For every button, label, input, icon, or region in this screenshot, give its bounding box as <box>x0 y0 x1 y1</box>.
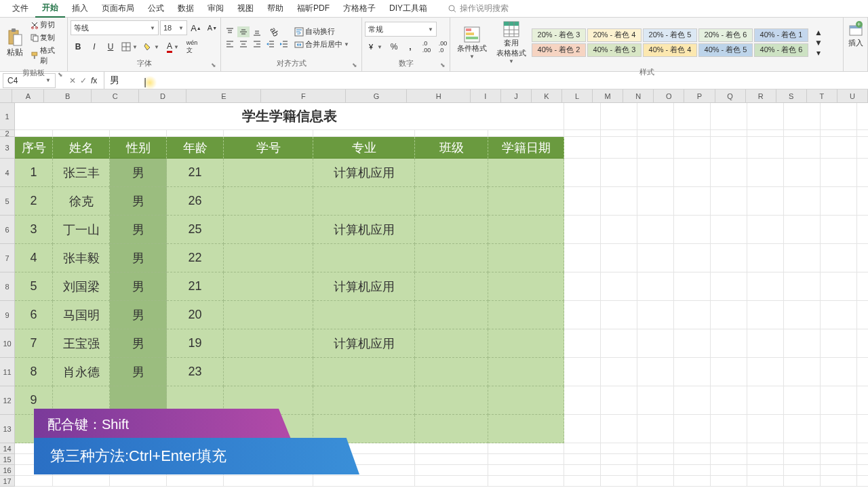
cell[interactable] <box>857 187 868 216</box>
align-middle-icon[interactable] <box>237 26 250 37</box>
cell[interactable] <box>674 415 711 443</box>
column-header[interactable]: R <box>746 89 776 103</box>
cell[interactable]: 男 <box>110 187 167 216</box>
cell[interactable] <box>313 358 415 386</box>
format-as-table-button[interactable]: 套用 表格格式▼ <box>492 19 530 66</box>
cell[interactable] <box>637 216 674 244</box>
cell[interactable] <box>637 244 674 272</box>
cell[interactable] <box>711 358 747 386</box>
row-header[interactable]: 2 <box>0 130 15 137</box>
cell[interactable] <box>674 244 711 272</box>
cell[interactable] <box>415 159 488 187</box>
font-color-icon[interactable]: A▼ <box>163 39 183 54</box>
tell-me-search[interactable]: 操作说明搜索 <box>448 3 509 14</box>
cell[interactable] <box>821 130 857 137</box>
cell[interactable] <box>637 476 674 487</box>
cell[interactable] <box>674 159 711 187</box>
cell[interactable] <box>224 130 313 137</box>
column-header[interactable]: F <box>261 89 346 103</box>
ribbon-tab-10[interactable]: 方格格子 <box>336 0 382 17</box>
gallery-more-icon[interactable]: ▾ <box>811 48 826 58</box>
cell[interactable] <box>564 443 601 454</box>
row-header[interactable]: 10 <box>0 329 15 358</box>
cell[interactable] <box>637 358 674 386</box>
cell[interactable] <box>415 454 488 465</box>
cell[interactable] <box>857 454 868 465</box>
column-header[interactable]: P <box>684 89 715 103</box>
cell[interactable] <box>784 272 821 301</box>
cell[interactable] <box>784 130 821 137</box>
cell[interactable]: 男 <box>110 244 167 272</box>
row-header[interactable]: 6 <box>0 216 15 244</box>
cell[interactable] <box>711 187 747 216</box>
cell[interactable] <box>821 454 857 465</box>
column-header[interactable]: G <box>346 89 407 103</box>
cell[interactable] <box>601 443 637 454</box>
increase-indent-icon[interactable] <box>278 39 290 49</box>
cell[interactable]: 2 <box>15 187 53 216</box>
cell[interactable] <box>564 454 601 465</box>
cell[interactable] <box>711 244 747 272</box>
cell[interactable] <box>784 465 821 476</box>
cell[interactable] <box>224 301 313 329</box>
cell[interactable] <box>747 187 784 216</box>
ribbon-tab-0[interactable]: 文件 <box>5 0 35 17</box>
cell[interactable] <box>53 476 110 487</box>
cell[interactable]: 王宝强 <box>53 329 110 358</box>
cell[interactable] <box>821 216 857 244</box>
cell[interactable]: 26 <box>167 187 224 216</box>
cell[interactable] <box>674 465 711 476</box>
cell[interactable] <box>784 244 821 272</box>
cell[interactable] <box>674 272 711 301</box>
ribbon-tab-1[interactable]: 开始 <box>35 0 65 18</box>
cell[interactable] <box>564 159 601 187</box>
cell[interactable] <box>747 358 784 386</box>
cell[interactable] <box>821 244 857 272</box>
cell[interactable] <box>784 103 821 130</box>
underline-icon[interactable]: U <box>103 39 118 54</box>
cell[interactable] <box>637 443 674 454</box>
cell[interactable] <box>564 465 601 476</box>
cell[interactable] <box>857 216 868 244</box>
row-header[interactable]: 8 <box>0 272 15 301</box>
column-header[interactable]: D <box>139 89 186 103</box>
cell[interactable] <box>601 301 637 329</box>
cell[interactable]: 年龄 <box>167 137 224 159</box>
cell[interactable]: 学籍日期 <box>488 137 564 159</box>
cell[interactable] <box>711 103 747 130</box>
cell[interactable] <box>857 443 868 454</box>
cell[interactable] <box>674 454 711 465</box>
ribbon-tab-4[interactable]: 公式 <box>141 0 171 17</box>
cell[interactable] <box>747 130 784 137</box>
cell[interactable] <box>747 386 784 415</box>
cell[interactable] <box>224 159 313 187</box>
cell[interactable] <box>564 358 601 386</box>
cell[interactable] <box>415 465 488 476</box>
cell[interactable]: 计算机应用 <box>313 272 415 301</box>
cell[interactable] <box>747 454 784 465</box>
style-swatch[interactable]: 20% - 着色 6 <box>698 28 753 42</box>
column-header[interactable]: O <box>654 89 684 103</box>
row-header[interactable]: 16 <box>0 465 15 476</box>
cell[interactable] <box>110 476 167 487</box>
cell[interactable]: 5 <box>15 272 53 301</box>
ribbon-tab-11[interactable]: DIY工具箱 <box>382 0 434 17</box>
cell[interactable] <box>711 454 747 465</box>
cell[interactable] <box>821 476 857 487</box>
cell[interactable] <box>821 159 857 187</box>
cell[interactable] <box>601 130 637 137</box>
cell[interactable] <box>415 244 488 272</box>
cell[interactable] <box>857 244 868 272</box>
cell[interactable] <box>488 272 564 301</box>
cell[interactable]: 男 <box>110 159 167 187</box>
merge-center-button[interactable]: 合并后居中▼ <box>294 39 349 49</box>
cell[interactable] <box>415 358 488 386</box>
gallery-down-icon[interactable]: ▼ <box>811 38 826 47</box>
cell[interactable]: 22 <box>167 244 224 272</box>
cell[interactable] <box>711 159 747 187</box>
cell[interactable] <box>564 272 601 301</box>
cell[interactable] <box>821 272 857 301</box>
cell[interactable] <box>15 130 53 137</box>
cell[interactable] <box>564 216 601 244</box>
cell[interactable] <box>488 216 564 244</box>
